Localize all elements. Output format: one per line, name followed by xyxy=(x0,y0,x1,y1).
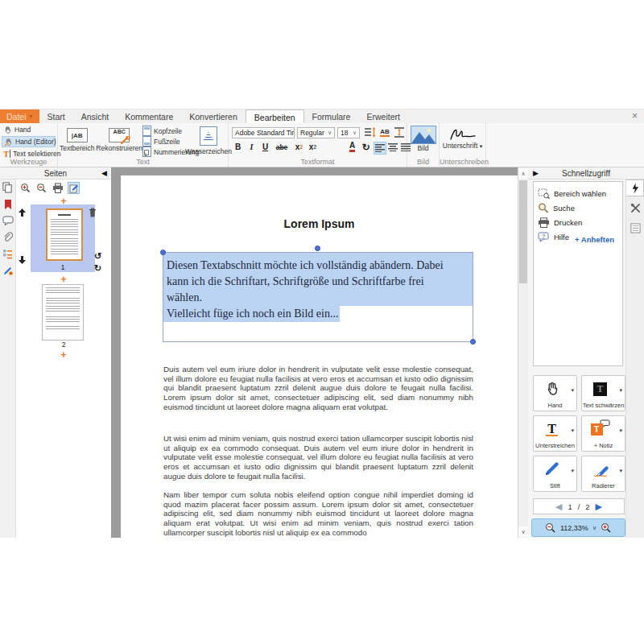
underline-button[interactable]: U xyxy=(259,141,271,153)
zoom-in-thumbnails-icon[interactable] xyxy=(19,182,31,194)
strikethrough-button[interactable]: abe xyxy=(273,141,291,153)
chevron-down-icon[interactable]: ▾ xyxy=(571,468,574,474)
comments-panel-icon[interactable] xyxy=(2,216,14,226)
selection-handle-top-center[interactable] xyxy=(315,246,320,251)
signature-button[interactable]: Unterschrift ▾ xyxy=(440,123,485,150)
selection-handle-bottom-right[interactable] xyxy=(470,339,476,345)
selected-text-box[interactable]: Diesen Textabschnitt möchte ich vollstän… xyxy=(163,252,473,342)
insert-page-after-button[interactable]: + xyxy=(16,349,111,361)
pages-panel-icon[interactable] xyxy=(2,182,13,193)
rotate-page-ccw-icon[interactable]: ↺ xyxy=(94,252,101,260)
move-page-down-icon[interactable] xyxy=(19,256,26,264)
chevron-down-icon[interactable]: ▾ xyxy=(619,468,622,474)
zoom-in-icon[interactable] xyxy=(601,522,612,533)
ribbon-group-bild: Bild Bild xyxy=(407,123,440,167)
print-icon xyxy=(538,217,550,228)
chevron-down-icon[interactable]: ▾ xyxy=(619,427,622,434)
scroll-down-icon[interactable]: ∨ xyxy=(518,526,528,537)
left-icon-strip xyxy=(0,180,16,538)
pen-tool-card[interactable]: ▾ Stift xyxy=(533,456,577,492)
align-left-button[interactable] xyxy=(374,142,386,155)
tab-bearbeiten[interactable]: Bearbeiten xyxy=(246,109,304,124)
font-family-select[interactable]: Adobe Standard Times∨ xyxy=(232,127,295,138)
tools-tab-icon[interactable] xyxy=(626,200,644,217)
chevron-down-icon[interactable]: ▾ xyxy=(571,387,574,394)
italic-button[interactable]: I xyxy=(246,141,258,153)
hand-tool-card[interactable]: ▾ Hand xyxy=(533,375,577,411)
page-thumbnail-2[interactable] xyxy=(42,284,84,341)
kopfzeile-button[interactable]: Kopfzeile xyxy=(142,126,189,136)
bookmarks-panel-icon[interactable] xyxy=(3,199,13,210)
document-scrollbar[interactable]: ∧ ∨ xyxy=(518,167,528,538)
organize-pages-panel-icon[interactable] xyxy=(2,249,13,259)
rotate-page-cw-icon[interactable]: ↻ xyxy=(94,264,101,272)
quick-access-box: Bereich wählen Suche Drucken ? Hilfe + A… xyxy=(533,181,623,366)
image-icon xyxy=(411,126,436,144)
zoom-out-thumbnails-icon[interactable] xyxy=(35,182,47,194)
zoom-out-icon[interactable] xyxy=(545,522,556,533)
next-page-icon[interactable]: ▶ xyxy=(596,502,602,512)
font-style-select[interactable]: Regular∨ xyxy=(297,127,335,138)
list-tab-icon[interactable] xyxy=(626,220,644,237)
line-spacing-button[interactable] xyxy=(364,126,377,138)
hand-tool-button[interactable]: Hand xyxy=(2,124,56,135)
delete-page-icon[interactable] xyxy=(89,208,97,217)
tab-ansicht[interactable]: Ansicht xyxy=(73,109,117,123)
align-center-button[interactable] xyxy=(387,142,398,153)
move-page-up-icon[interactable] xyxy=(19,208,26,217)
tab-konvertieren[interactable]: Konvertieren xyxy=(181,109,246,123)
fusszeile-button[interactable]: Fußzeile xyxy=(142,136,189,147)
bold-button[interactable]: B xyxy=(232,141,244,153)
insert-image-button[interactable]: Bild xyxy=(407,123,439,152)
quick-item-suche[interactable]: Suche xyxy=(534,200,622,215)
document-page[interactable]: Lorem Ipsum Diesen Textabschnitt möchte … xyxy=(121,175,518,538)
font-color-button[interactable]: A xyxy=(346,141,358,153)
hand-editor-tool-button[interactable]: Hand (Editor) xyxy=(2,136,56,147)
tab-start[interactable]: Start xyxy=(39,109,73,123)
signatures-panel-icon[interactable] xyxy=(2,265,13,276)
scrollbar-thumb[interactable] xyxy=(519,180,527,283)
align-center-icon xyxy=(388,143,398,151)
tab-erweitert[interactable]: Erweitert xyxy=(358,109,407,123)
subscript-button[interactable]: x2 xyxy=(293,141,305,153)
nummerierung-button[interactable]: 1Nummerierung xyxy=(142,147,189,157)
tab-formulare[interactable]: Formulare xyxy=(304,109,359,123)
quick-item-drucken[interactable]: Drucken xyxy=(534,215,622,229)
font-size-select[interactable]: 18∨ xyxy=(337,127,360,138)
chevron-down-icon[interactable]: ▾ xyxy=(619,387,622,394)
superscript-button[interactable]: x2 xyxy=(307,141,319,153)
tab-datei[interactable]: Datei▾ xyxy=(0,109,39,123)
previous-page-icon[interactable]: ◀ xyxy=(555,502,562,512)
rotate-text-button[interactable]: ↻ xyxy=(360,141,372,153)
group-label-werkzeuge: Werkzeuge xyxy=(0,158,57,166)
tab-kommentare[interactable]: Kommentare xyxy=(117,109,181,123)
body-paragraph-1: Duis autem vel eum iriure dolor in hendr… xyxy=(163,365,473,412)
char-spacing-button[interactable]: AB xyxy=(378,126,391,138)
quick-item-bereich-waehlen[interactable]: Bereich wählen xyxy=(534,186,622,200)
selection-handle-top-left[interactable] xyxy=(160,250,166,255)
page-1-preview xyxy=(46,208,83,261)
collapse-left-panel-icon[interactable]: ◀ xyxy=(101,169,107,177)
attachments-panel-icon[interactable] xyxy=(2,232,13,243)
zoom-dropdown-icon[interactable]: ∨ xyxy=(592,525,597,531)
page-thumbnail-1[interactable]: 1 xyxy=(31,204,95,272)
scroll-up-icon[interactable]: ∧ xyxy=(518,168,528,179)
print-page-icon[interactable] xyxy=(52,182,64,194)
underline-tool-card[interactable]: T ▾ Unterstreichen xyxy=(533,415,577,452)
pin-link[interactable]: + Anheften xyxy=(575,235,614,244)
zoom-level: 112,33% xyxy=(560,524,588,532)
redact-text-card[interactable]: T ▾ Text schwärzen xyxy=(581,375,625,411)
combo-arrow-icon: ∨ xyxy=(326,130,332,136)
eraser-tool-card[interactable]: ▾ Radierer xyxy=(581,456,625,492)
close-ribbon-icon[interactable]: × xyxy=(632,110,638,122)
insert-page-between-button[interactable]: + xyxy=(16,274,111,285)
edit-page-icon[interactable] xyxy=(68,182,80,194)
expand-right-panel-icon[interactable]: ▶ xyxy=(533,169,539,177)
quick-access-tab-icon[interactable] xyxy=(626,180,644,196)
note-tool-card[interactable]: T ▾ + Notiz xyxy=(581,415,625,452)
search-icon xyxy=(538,203,549,213)
hand-editor-icon xyxy=(4,138,13,147)
paragraph-spacing-button[interactable] xyxy=(393,126,406,138)
svg-text:?: ? xyxy=(542,233,545,238)
chevron-down-icon[interactable]: ▾ xyxy=(571,427,574,434)
